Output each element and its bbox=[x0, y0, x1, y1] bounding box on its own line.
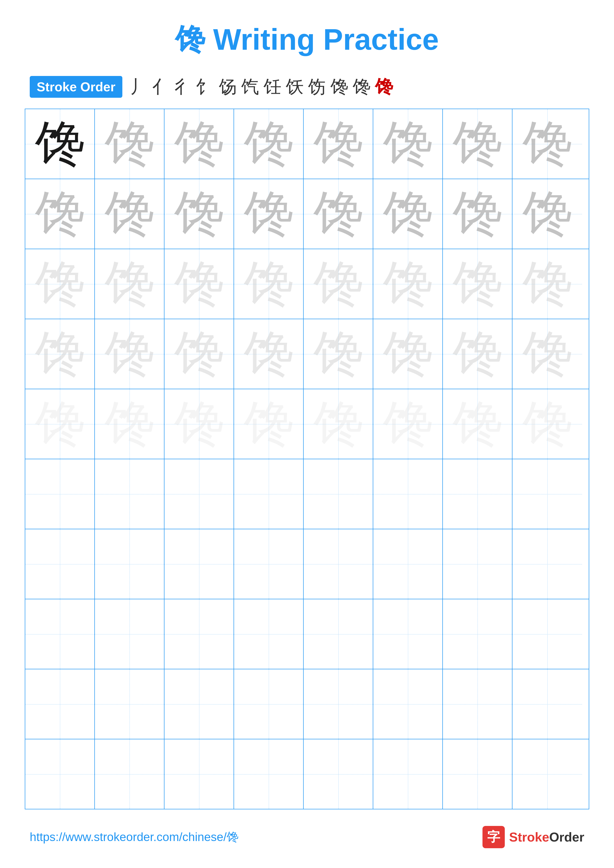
stroke-10: 馋 bbox=[330, 75, 348, 99]
grid-cell-7-1[interactable] bbox=[25, 529, 95, 599]
grid-cell-1-7[interactable]: 馋 bbox=[443, 109, 513, 179]
logo-text-stroke: Stroke bbox=[509, 830, 549, 844]
grid-cell-1-5[interactable]: 馋 bbox=[304, 109, 373, 179]
grid-cell-5-2[interactable]: 馋 bbox=[95, 389, 165, 459]
grid-cell-3-4[interactable]: 馋 bbox=[234, 249, 304, 319]
grid-cell-6-2[interactable] bbox=[95, 459, 165, 529]
grid-cell-9-1[interactable] bbox=[25, 669, 95, 739]
grid-cell-6-7[interactable] bbox=[443, 459, 513, 529]
grid-cell-3-8[interactable]: 馋 bbox=[513, 249, 582, 319]
grid-cell-4-5[interactable]: 馋 bbox=[304, 319, 373, 389]
grid-cell-7-4[interactable] bbox=[234, 529, 304, 599]
grid-cell-5-8[interactable]: 馋 bbox=[513, 389, 582, 459]
grid-cell-7-2[interactable] bbox=[95, 529, 165, 599]
grid-cell-8-5[interactable] bbox=[304, 599, 373, 669]
grid-cell-4-6[interactable]: 馋 bbox=[373, 319, 443, 389]
grid-cell-1-1[interactable]: 馋 bbox=[25, 109, 95, 179]
grid-cell-10-8[interactable] bbox=[513, 739, 582, 809]
grid-cell-4-2[interactable]: 馋 bbox=[95, 319, 165, 389]
grid-cell-2-8[interactable]: 馋 bbox=[513, 179, 582, 249]
grid-cell-9-5[interactable] bbox=[304, 669, 373, 739]
grid-cell-9-6[interactable] bbox=[373, 669, 443, 739]
grid-row-9 bbox=[25, 669, 589, 739]
grid-cell-10-6[interactable] bbox=[373, 739, 443, 809]
grid-cell-10-1[interactable] bbox=[25, 739, 95, 809]
grid-cell-2-7[interactable]: 馋 bbox=[443, 179, 513, 249]
grid-cell-10-7[interactable] bbox=[443, 739, 513, 809]
grid-cell-5-5[interactable]: 馋 bbox=[304, 389, 373, 459]
practice-char: 馋 bbox=[35, 189, 85, 239]
grid-cell-3-7[interactable]: 馋 bbox=[443, 249, 513, 319]
grid-cell-5-6[interactable]: 馋 bbox=[373, 389, 443, 459]
grid-cell-9-8[interactable] bbox=[513, 669, 582, 739]
grid-cell-7-8[interactable] bbox=[513, 529, 582, 599]
grid-cell-4-7[interactable]: 馋 bbox=[443, 319, 513, 389]
grid-cell-5-4[interactable]: 馋 bbox=[234, 389, 304, 459]
grid-cell-8-1[interactable] bbox=[25, 599, 95, 669]
grid-cell-3-5[interactable]: 馋 bbox=[304, 249, 373, 319]
grid-cell-7-6[interactable] bbox=[373, 529, 443, 599]
grid-cell-8-7[interactable] bbox=[443, 599, 513, 669]
grid-cell-8-4[interactable] bbox=[234, 599, 304, 669]
practice-char: 馋 bbox=[174, 189, 224, 239]
practice-char: 馋 bbox=[314, 259, 363, 309]
grid-cell-1-3[interactable]: 馋 bbox=[165, 109, 234, 179]
grid-cell-10-3[interactable] bbox=[165, 739, 234, 809]
grid-cell-4-1[interactable]: 馋 bbox=[25, 319, 95, 389]
grid-cell-7-7[interactable] bbox=[443, 529, 513, 599]
grid-cell-4-8[interactable]: 馋 bbox=[513, 319, 582, 389]
practice-char: 馋 bbox=[522, 329, 572, 379]
stroke-8: 饫 bbox=[286, 75, 304, 99]
grid-cell-5-3[interactable]: 馋 bbox=[165, 389, 234, 459]
grid-cell-7-5[interactable] bbox=[304, 529, 373, 599]
practice-char: 馋 bbox=[174, 329, 224, 379]
grid-cell-9-7[interactable] bbox=[443, 669, 513, 739]
practice-char: 馋 bbox=[453, 259, 502, 309]
practice-char: 馋 bbox=[522, 189, 572, 239]
grid-cell-1-8[interactable]: 馋 bbox=[513, 109, 582, 179]
grid-cell-10-4[interactable] bbox=[234, 739, 304, 809]
grid-cell-2-2[interactable]: 馋 bbox=[95, 179, 165, 249]
grid-cell-10-5[interactable] bbox=[304, 739, 373, 809]
grid-cell-2-5[interactable]: 馋 bbox=[304, 179, 373, 249]
stroke-1: 丿 bbox=[130, 75, 148, 99]
grid-cell-9-4[interactable] bbox=[234, 669, 304, 739]
grid-cell-6-6[interactable] bbox=[373, 459, 443, 529]
grid-cell-9-2[interactable] bbox=[95, 669, 165, 739]
grid-cell-8-6[interactable] bbox=[373, 599, 443, 669]
footer-url[interactable]: https://www.strokeorder.com/chinese/馋 bbox=[30, 829, 238, 845]
grid-cell-3-6[interactable]: 馋 bbox=[373, 249, 443, 319]
grid-cell-9-3[interactable] bbox=[165, 669, 234, 739]
grid-cell-6-5[interactable] bbox=[304, 459, 373, 529]
grid-cell-8-2[interactable] bbox=[95, 599, 165, 669]
grid-cell-2-6[interactable]: 馋 bbox=[373, 179, 443, 249]
grid-cell-6-4[interactable] bbox=[234, 459, 304, 529]
grid-cell-6-8[interactable] bbox=[513, 459, 582, 529]
grid-cell-8-3[interactable] bbox=[165, 599, 234, 669]
grid-cell-10-2[interactable] bbox=[95, 739, 165, 809]
grid-cell-2-1[interactable]: 馋 bbox=[25, 179, 95, 249]
practice-char: 馋 bbox=[383, 119, 433, 169]
grid-cell-8-8[interactable] bbox=[513, 599, 582, 669]
grid-cell-1-4[interactable]: 馋 bbox=[234, 109, 304, 179]
stroke-order-section: Stroke Order 丿 亻 彳 饣 饧 饩 饪 饫 饬 馋 馋 馋 bbox=[0, 75, 614, 99]
grid-cell-3-3[interactable]: 馋 bbox=[165, 249, 234, 319]
grid-cell-6-3[interactable] bbox=[165, 459, 234, 529]
footer-logo: 字 StrokeOrder bbox=[482, 826, 584, 848]
grid-cell-3-2[interactable]: 馋 bbox=[95, 249, 165, 319]
stroke-order-chars: 丿 亻 彳 饣 饧 饩 饪 饫 饬 馋 馋 馋 bbox=[130, 75, 393, 99]
grid-cell-4-4[interactable]: 馋 bbox=[234, 319, 304, 389]
practice-char: 馋 bbox=[244, 189, 294, 239]
grid-cell-2-4[interactable]: 馋 bbox=[234, 179, 304, 249]
practice-char: 馋 bbox=[522, 399, 572, 449]
grid-cell-7-3[interactable] bbox=[165, 529, 234, 599]
grid-cell-1-2[interactable]: 馋 bbox=[95, 109, 165, 179]
grid-cell-5-7[interactable]: 馋 bbox=[443, 389, 513, 459]
grid-cell-3-1[interactable]: 馋 bbox=[25, 249, 95, 319]
grid-cell-2-3[interactable]: 馋 bbox=[165, 179, 234, 249]
grid-cell-4-3[interactable]: 馋 bbox=[165, 319, 234, 389]
grid-row-7 bbox=[25, 529, 589, 599]
grid-cell-5-1[interactable]: 馋 bbox=[25, 389, 95, 459]
grid-cell-1-6[interactable]: 馋 bbox=[373, 109, 443, 179]
grid-cell-6-1[interactable] bbox=[25, 459, 95, 529]
